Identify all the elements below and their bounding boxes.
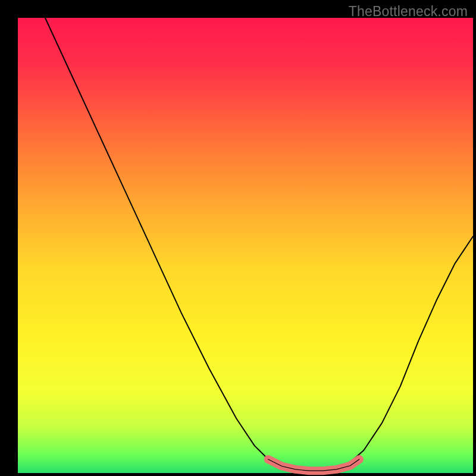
plot-background	[18, 18, 473, 473]
watermark-text: TheBottleneck.com	[349, 4, 468, 20]
chart-frame: TheBottleneck.com	[0, 0, 476, 476]
bottleneck-chart	[0, 0, 476, 476]
